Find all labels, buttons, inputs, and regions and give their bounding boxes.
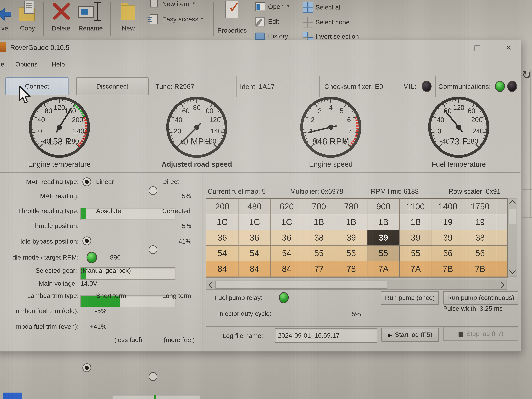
fuel-map-column-header[interactable]: 480 xyxy=(239,199,271,214)
horizontal-scroll-thumb[interactable] xyxy=(215,281,387,289)
fuel-map-cell[interactable]: 3 xyxy=(496,230,508,246)
throttle-absolute-label[interactable]: Absolute xyxy=(96,207,121,215)
maf-linear-label[interactable]: Linear xyxy=(96,178,114,186)
ribbon-invert-selection[interactable]: Invert selection xyxy=(316,33,359,41)
throttle-corrected-radio[interactable] xyxy=(149,245,157,254)
fuel-map-cell[interactable]: 38 xyxy=(303,230,335,246)
ribbon-open[interactable]: Open xyxy=(268,3,284,11)
lambda-short-term-label[interactable]: Short term xyxy=(96,292,126,300)
fuel-map-cell[interactable]: 7A xyxy=(367,261,400,277)
copy-icon[interactable] xyxy=(19,1,36,22)
fuel-map-cell[interactable]: 36 xyxy=(271,230,303,246)
ribbon-delete-label[interactable]: Delete xyxy=(49,24,73,33)
fuel-map-vertical-scrollbar[interactable] xyxy=(508,198,517,277)
fuel-map-cell[interactable]: 1B xyxy=(335,214,367,230)
fuel-map-cell[interactable]: 84 xyxy=(271,261,303,277)
fuel-map-cell[interactable]: 55 xyxy=(367,246,400,261)
new-item-icon[interactable] xyxy=(150,0,158,7)
invert-selection-icon[interactable] xyxy=(303,32,314,40)
log-file-name-input[interactable] xyxy=(275,328,377,343)
properties-icon[interactable]: ✓ xyxy=(225,0,241,19)
fuel-map-cell[interactable]: 19 xyxy=(464,214,496,230)
minimize-button[interactable]: – xyxy=(440,43,452,52)
maf-direct-radio[interactable] xyxy=(149,186,157,195)
fuel-map-cell[interactable]: 77 xyxy=(303,261,335,277)
maf-direct-label[interactable]: Direct xyxy=(162,178,179,186)
new-folder-icon[interactable] xyxy=(121,0,136,22)
select-all-icon[interactable] xyxy=(303,2,314,13)
lambda-long-term-radio[interactable] xyxy=(149,372,157,381)
lambda-long-term-label[interactable]: Long term xyxy=(162,292,191,300)
fuel-map-cell[interactable]: 7A xyxy=(400,261,432,277)
fuel-map-column-header[interactable]: 620 xyxy=(271,199,303,214)
fuel-map-column-header[interactable]: 900 xyxy=(367,199,400,214)
ribbon-easy-access[interactable]: Easy access xyxy=(162,15,198,24)
ribbon-new-item[interactable]: New item xyxy=(162,0,189,8)
ribbon-history[interactable]: History xyxy=(268,32,288,40)
throttle-corrected-label[interactable]: Corrected xyxy=(162,207,190,215)
refresh-icon[interactable]: ↻ xyxy=(522,68,532,81)
easy-access-icon[interactable] xyxy=(150,14,158,24)
fuel-map-cell[interactable]: 54 xyxy=(206,246,238,261)
scroll-right-icon[interactable] xyxy=(498,282,504,288)
connect-button[interactable]: Connect xyxy=(5,77,69,95)
close-button[interactable]: ✕ xyxy=(503,43,514,52)
run-pump-once-button[interactable]: Run pump (once) xyxy=(381,291,439,305)
fuel-map-cell[interactable]: 7B xyxy=(432,261,464,277)
ribbon-edit[interactable]: Edit xyxy=(268,18,279,26)
fuel-map-cell[interactable]: 39 xyxy=(400,230,432,246)
disconnect-button[interactable]: Disconnect xyxy=(76,77,149,95)
delete-icon[interactable] xyxy=(50,1,72,21)
fuel-map-cell[interactable]: 1B xyxy=(367,214,400,230)
run-pump-continuous-button[interactable]: Run pump (continuous) xyxy=(443,291,518,305)
ribbon-new-label[interactable]: New xyxy=(118,24,138,33)
start-log-button[interactable]: ▶ Start log (F5) xyxy=(381,328,439,342)
fuel-map-column-header[interactable]: 780 xyxy=(335,199,367,214)
ribbon-move-label[interactable]: ve xyxy=(0,24,12,33)
fuel-map-cell[interactable]: 1B xyxy=(400,214,432,230)
fuel-map-cell[interactable]: 56 xyxy=(432,246,464,261)
fuel-map-cell[interactable]: 36 xyxy=(239,230,271,246)
fuel-map-cell[interactable]: 56 xyxy=(464,246,496,261)
fuel-map-cell[interactable]: 7B xyxy=(464,261,496,277)
menu-options[interactable]: Options xyxy=(15,60,38,69)
ribbon-rename-label[interactable]: Rename xyxy=(77,24,104,33)
fuel-map-cell[interactable]: 38 xyxy=(464,230,496,246)
stop-log-button[interactable]: ■ Stop log (F7) xyxy=(443,327,518,341)
fuel-map-cell[interactable]: 19 xyxy=(432,214,464,230)
ribbon-properties[interactable]: Properties xyxy=(216,26,248,35)
fuel-map-cell[interactable]: 54 xyxy=(239,246,271,261)
fuel-map-table[interactable]: 200480620700780900110014001750201C1C1C1B… xyxy=(206,198,508,278)
back-icon[interactable] xyxy=(0,7,12,21)
menu-file-partial[interactable]: e xyxy=(1,60,4,69)
fuel-map-cell[interactable]: 55 xyxy=(335,246,367,261)
history-icon[interactable] xyxy=(255,33,265,40)
fuel-map-column-header[interactable]: 1400 xyxy=(432,199,464,214)
scroll-left-icon[interactable] xyxy=(209,282,215,288)
ribbon-select-none[interactable]: Select none xyxy=(316,18,349,26)
fuel-map-cell[interactable]: 39 xyxy=(335,230,367,246)
maf-linear-radio[interactable] xyxy=(82,177,91,186)
fuel-map-column-header[interactable]: 200 xyxy=(206,199,238,214)
fuel-map-column-header[interactable]: 1750 xyxy=(464,199,496,214)
fuel-map-cell[interactable]: 54 xyxy=(271,246,303,261)
fuel-map-column-header[interactable]: 700 xyxy=(303,199,335,214)
fuel-map-cell[interactable]: 55 xyxy=(400,246,432,261)
fuel-map-cell[interactable]: 78 xyxy=(335,261,367,277)
fuel-map-cell[interactable]: 39 xyxy=(367,230,400,246)
ribbon-copy-label[interactable]: Copy xyxy=(16,24,39,33)
scroll-up-icon[interactable] xyxy=(509,200,516,207)
rename-icon[interactable] xyxy=(78,2,102,21)
lambda-short-term-radio[interactable] xyxy=(82,363,91,372)
fuel-map-cell[interactable]: 36 xyxy=(206,230,238,246)
fuel-map-cell[interactable]: 1C xyxy=(239,214,271,230)
maximize-button[interactable]: □ xyxy=(472,43,483,52)
ribbon-select-all[interactable]: Select all xyxy=(316,3,342,12)
fuel-map-cell[interactable]: 84 xyxy=(239,261,271,277)
fuel-map-cell[interactable]: 1C xyxy=(206,214,238,230)
open-icon[interactable] xyxy=(255,2,265,11)
fuel-map-cell[interactable]: 5 xyxy=(496,246,508,261)
fuel-map-cell[interactable]: 7 xyxy=(496,261,508,277)
fuel-map-column-header[interactable]: 20 xyxy=(496,199,508,214)
fuel-map-cell[interactable]: 1 xyxy=(496,214,508,230)
